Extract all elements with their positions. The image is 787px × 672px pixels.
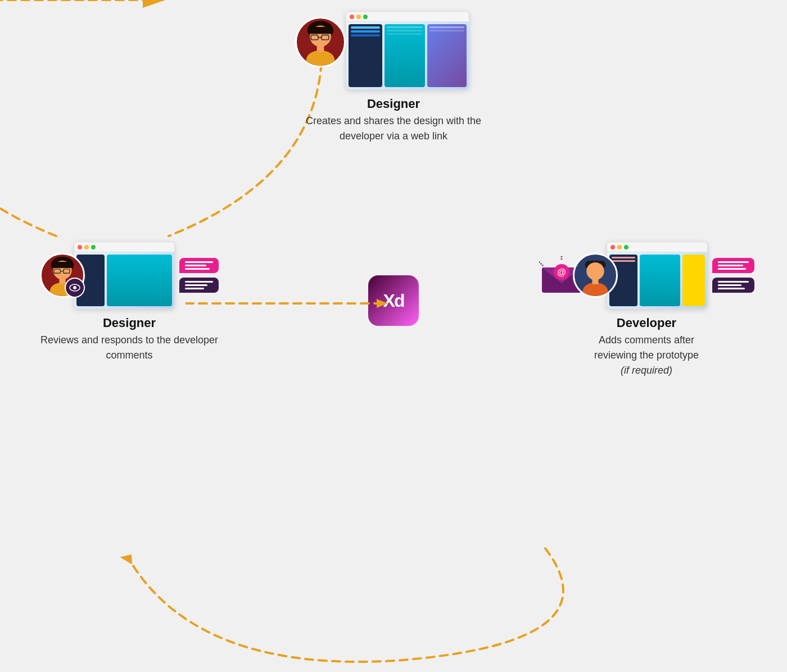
top-mockup-window bbox=[346, 11, 469, 90]
eye-badge-icon bbox=[65, 278, 85, 298]
right-dark-bubble bbox=[712, 278, 754, 293]
left-dark-bubble bbox=[179, 278, 219, 293]
dot-yellow bbox=[356, 15, 361, 19]
left-mockup-window bbox=[74, 242, 175, 309]
svg-rect-14 bbox=[51, 262, 74, 268]
top-node-description: Creates and shares the design with the d… bbox=[287, 113, 500, 144]
left-mockup-wrapper bbox=[40, 242, 219, 309]
developer-person-icon bbox=[575, 255, 616, 296]
right-pink-bubble bbox=[712, 258, 754, 273]
dot-green bbox=[363, 15, 368, 19]
svg-rect-32 bbox=[592, 279, 598, 284]
right-chat-bubbles bbox=[712, 258, 754, 293]
dot-red bbox=[350, 15, 354, 19]
svg-text:@: @ bbox=[557, 267, 566, 277]
right-mockup-wrapper: @ bbox=[539, 242, 754, 309]
developer-avatar bbox=[573, 253, 618, 298]
left-window-body bbox=[74, 252, 174, 308]
right-node-role: Developer bbox=[617, 316, 676, 330]
main-diagram: Designer Creates and shares the design w… bbox=[0, 0, 787, 672]
right-window-titlebar bbox=[607, 242, 707, 252]
node-designer-top: Designer Creates and shares the design w… bbox=[287, 11, 500, 144]
svg-line-26 bbox=[539, 262, 544, 266]
node-designer-left: Designer Reviews and responds to the dev… bbox=[34, 242, 225, 363]
top-window-body bbox=[346, 22, 469, 89]
bottom-arc-arrow bbox=[84, 532, 703, 672]
top-window-titlebar bbox=[346, 12, 469, 22]
top-node-role: Designer bbox=[367, 97, 420, 111]
designer-avatar-top bbox=[295, 17, 346, 67]
svg-point-21 bbox=[73, 286, 76, 289]
left-window-titlebar bbox=[74, 242, 174, 252]
left-chat-bubbles bbox=[179, 258, 219, 293]
svg-point-31 bbox=[582, 283, 607, 296]
svg-rect-4 bbox=[307, 27, 333, 34]
app-panel-dark bbox=[349, 24, 382, 87]
svg-marker-11 bbox=[377, 299, 388, 308]
designer-avatar-left bbox=[40, 253, 85, 298]
designer-person-icon bbox=[297, 19, 344, 66]
top-mockup-wrapper bbox=[318, 11, 469, 90]
app-panel-music bbox=[427, 24, 467, 87]
left-pink-bubble bbox=[179, 258, 219, 273]
svg-point-8 bbox=[306, 51, 334, 66]
svg-rect-19 bbox=[59, 279, 65, 284]
svg-rect-9 bbox=[317, 46, 324, 52]
right-mockup-window bbox=[607, 242, 708, 309]
app-panel-teal bbox=[385, 24, 425, 87]
node-developer-right: @ bbox=[540, 242, 753, 378]
left-node-role: Designer bbox=[103, 316, 156, 330]
right-window-body bbox=[607, 252, 707, 308]
svg-point-30 bbox=[586, 262, 604, 280]
left-node-description: Reviews and responds to the developer co… bbox=[34, 333, 225, 363]
right-node-description: Adds comments afterreviewing the prototy… bbox=[594, 333, 699, 378]
